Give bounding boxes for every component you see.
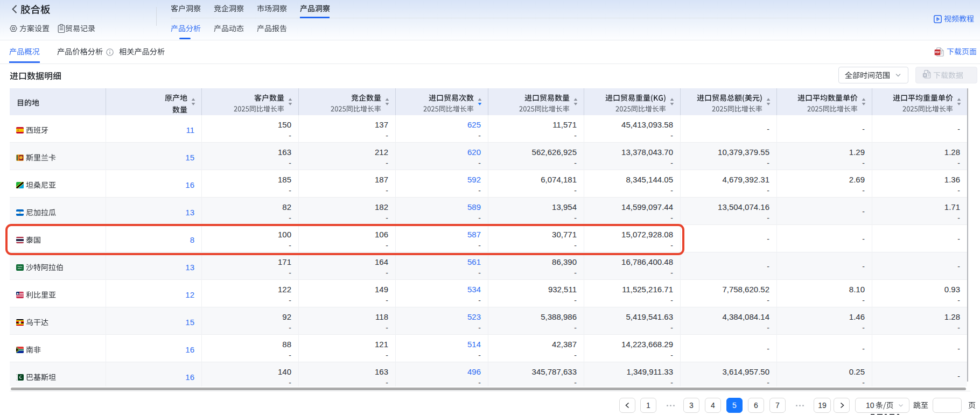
svg-text:PDF: PDF (935, 51, 940, 54)
